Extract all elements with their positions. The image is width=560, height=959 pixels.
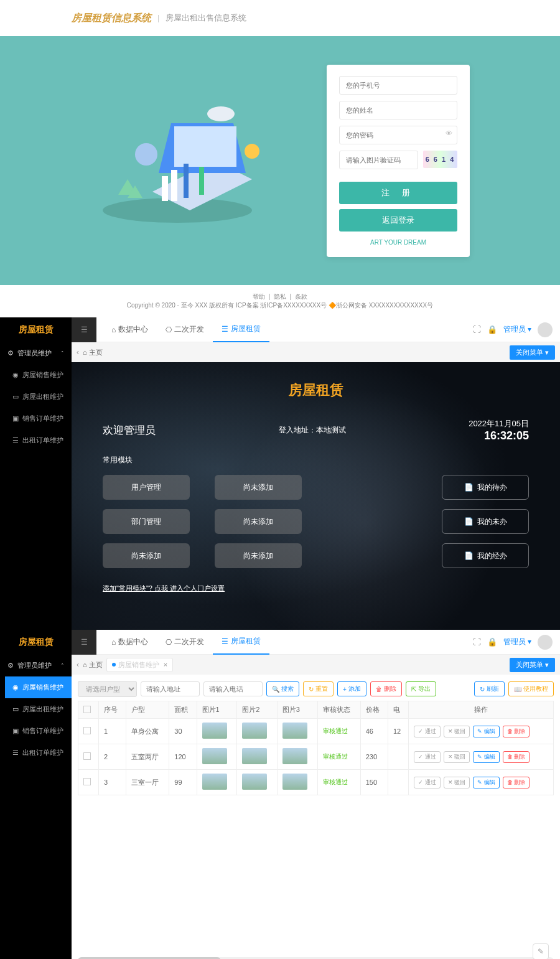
sidebar-toggle[interactable]: ☰ [72,317,96,342]
pass-button[interactable]: ✓ 通过 [414,777,441,788]
sidebar-item-rental-order[interactable]: ☰出租订单维护 [5,429,72,451]
sidebar-item-sales-order[interactable]: ▣销售订单维护 [5,408,72,429]
edit-button[interactable]: ✎ 编辑 [473,777,500,788]
back-login-button[interactable]: 返回登录 [339,209,457,232]
phone-input[interactable] [203,681,263,696]
cell-seq: 2 [98,744,126,770]
captcha-input[interactable] [339,151,418,169]
sidebar-item-rental[interactable]: ▭房屋出租维护 [5,386,72,408]
sidebar-item-sales[interactable]: ◉房屋销售维护 [5,676,72,698]
module-dept-mgmt[interactable]: 部门管理 [103,509,190,534]
thumb-3[interactable] [282,774,307,790]
tab-dev[interactable]: ⎔二次开发 [157,630,213,655]
close-icon[interactable]: × [164,661,167,668]
export-button[interactable]: ⇱导出 [406,681,436,696]
reject-button[interactable]: ✕ 驳回 [444,726,470,737]
module-empty-4[interactable]: 尚未添加 [215,543,302,568]
footer-help[interactable]: 帮助 [253,293,265,300]
module-empty-2[interactable]: 尚未添加 [215,475,302,500]
delete-button[interactable]: 🗑删除 [370,681,402,696]
row-checkbox[interactable] [83,752,91,760]
bc-tab-active[interactable]: 房屋销售维护× [106,658,173,672]
search-icon: 🔍 [272,686,279,693]
page-footer: 帮助 | 隐私 | 条款 Copyright © 2020 - 至今 XXX 版… [0,285,560,317]
add-button[interactable]: +添加 [337,681,366,696]
hex-icon: ⎔ [166,325,172,334]
bc-home[interactable]: ⌂主页 [83,348,103,357]
tab-rental[interactable]: ☰房屋租赁 [213,630,269,655]
avatar[interactable] [538,635,553,650]
tab-rental[interactable]: ☰房屋租赁 [213,317,269,342]
module-my-handled[interactable]: 📄我的经办 [442,543,529,568]
module-my-pending[interactable]: 📄我的未办 [442,509,529,534]
edit-button[interactable]: ✎ 编辑 [473,751,500,763]
address-input[interactable] [141,681,200,696]
reject-button[interactable]: ✕ 驳回 [444,751,470,763]
bc-back[interactable]: ‹ [77,348,79,357]
sidebar-parent[interactable]: ⚙ 管理员维护 ˄ [0,342,72,364]
menu-icon: ☰ [222,637,228,646]
eye-icon[interactable]: 👁 [446,129,452,137]
sidebar-item-sales-order[interactable]: ▣销售订单维护 [5,720,72,742]
registration-header: 房屋租赁信息系统 | 房屋出租出售信息系统 [0,0,560,36]
expand-icon[interactable]: ⛶ [473,637,481,647]
thumb-3[interactable] [282,748,307,764]
sidebar-parent[interactable]: ⚙ 管理员维护 ˄ [0,655,72,676]
row-delete-button[interactable]: 🗑 删除 [503,726,530,737]
sidebar-item-rental[interactable]: ▭房屋出租维护 [5,698,72,720]
row-delete-button[interactable]: 🗑 删除 [503,777,530,788]
password-input[interactable] [339,126,457,144]
search-button[interactable]: 🔍搜索 [266,681,299,696]
module-my-todo[interactable]: 📄我的待办 [442,475,529,500]
reset-button[interactable]: ↻重置 [303,681,334,696]
add-module-link[interactable]: 添加"常用模块"? 点我 进入个人门户设置 [103,584,529,593]
tab-data-center[interactable]: ⌂数据中心 [103,317,157,342]
user-menu[interactable]: 管理员 ▾ [503,637,531,647]
reject-button[interactable]: ✕ 驳回 [444,777,470,788]
thumb-1[interactable] [202,723,227,739]
thumb-1[interactable] [202,774,227,790]
thumb-3[interactable] [282,723,307,739]
row-checkbox[interactable] [83,727,91,734]
tab-data-center[interactable]: ⌂数据中心 [103,630,157,655]
phone-input[interactable] [339,76,457,95]
pass-button[interactable]: ✓ 通过 [414,751,441,763]
module-empty-1[interactable]: 尚未添加 [103,543,190,568]
edit-button[interactable]: ✎ 编辑 [473,726,500,737]
refresh-button[interactable]: ↻刷新 [474,681,505,696]
edit-fab[interactable]: ✎ [533,943,549,959]
table-row: 3 三室一厅 99 审核通过 150 ✓ 通过 ✕ 驳回 ✎ 编辑 🗑 删除 [78,770,554,795]
thumb-2[interactable] [242,774,267,790]
user-type-select[interactable]: 请选用户型 [78,681,137,697]
close-menu-button[interactable]: 关闭菜单 ▾ [510,345,555,360]
name-input[interactable] [339,101,457,119]
footer-privacy[interactable]: 隐私 [274,293,286,300]
thumb-2[interactable] [242,748,267,764]
slogan-text: ART YOUR DREAM [339,239,457,246]
tutorial-button[interactable]: 📖使用教程 [508,681,554,696]
register-button[interactable]: 注 册 [339,182,457,204]
sidebar-item-rental-order[interactable]: ☰出租订单维护 [5,742,72,764]
tab-dev[interactable]: ⎔二次开发 [157,317,213,342]
sidebar-item-sales[interactable]: ◉房屋销售维护 [5,364,72,386]
captcha-image[interactable]: 6 6 1 4 [423,151,457,168]
row-checkbox[interactable] [83,778,91,785]
lock-icon[interactable]: 🔒 [487,325,497,334]
bc-back[interactable]: ‹ [77,660,79,669]
user-menu[interactable]: 管理员 ▾ [503,324,531,335]
bc-home[interactable]: ⌂主页 [83,660,103,670]
sidebar-toggle[interactable]: ☰ [72,630,96,655]
pass-button[interactable]: ✓ 通过 [414,726,441,737]
avatar[interactable] [538,322,553,337]
footer-terms[interactable]: 条款 [295,293,307,300]
expand-icon[interactable]: ⛶ [473,325,481,334]
module-user-mgmt[interactable]: 用户管理 [103,475,190,500]
lock-icon[interactable]: 🔒 [487,637,497,647]
select-all-checkbox[interactable] [83,706,91,713]
svg-rect-3 [174,126,236,167]
row-delete-button[interactable]: 🗑 删除 [503,751,530,763]
thumb-1[interactable] [202,748,227,764]
close-menu-button[interactable]: 关闭菜单 ▾ [510,658,555,672]
module-empty-3[interactable]: 尚未添加 [215,509,302,534]
thumb-2[interactable] [242,723,267,739]
